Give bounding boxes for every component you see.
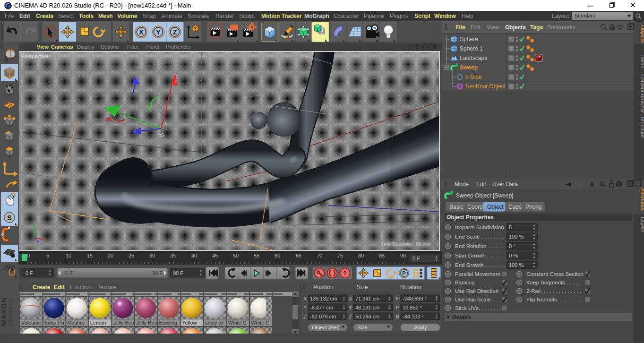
- svg-text:139.132 cm: 139.132 cm: [310, 296, 337, 301]
- svg-text:Position: Position: [313, 284, 334, 291]
- svg-text:End Scale . . . . . . . . .: End Scale . . . . . . . . .: [455, 234, 507, 240]
- svg-text:n-Side: n-Side: [465, 74, 482, 80]
- svg-text:P: P: [396, 305, 399, 310]
- svg-text:Yellow: Yellow: [182, 320, 197, 326]
- svg-text:White G: White G: [251, 320, 270, 326]
- svg-text:Size: Size: [357, 325, 367, 330]
- svg-text:Tags: Tags: [530, 24, 543, 31]
- svg-text:5: 5: [46, 253, 49, 258]
- svg-text:Mode: Mode: [455, 181, 469, 188]
- svg-text:0: 0: [27, 253, 30, 258]
- svg-text:Keep Segments . . . . .: Keep Segments . . . . .: [526, 280, 580, 285]
- svg-text:90: 90: [400, 253, 406, 258]
- svg-text:View: View: [487, 24, 499, 31]
- svg-text:40: 40: [191, 253, 197, 258]
- svg-text:Takes: Takes: [640, 54, 644, 68]
- svg-text:Lemon: Lemon: [90, 320, 106, 326]
- svg-text:Use Rail Direction: Use Rail Direction: [455, 288, 498, 294]
- svg-text:30: 30: [149, 253, 155, 258]
- svg-text:100 %: 100 %: [509, 234, 524, 240]
- svg-text:85: 85: [379, 253, 385, 258]
- svg-text:Sweep: Sweep: [460, 64, 478, 71]
- svg-text:Jelly Bea: Jelly Bea: [136, 320, 158, 326]
- svg-text:?: ?: [343, 270, 347, 277]
- svg-text:Parallel Movement: Parallel Movement: [455, 271, 500, 277]
- svg-text:Structure: Structure: [640, 117, 644, 138]
- svg-text:15: 15: [87, 253, 93, 258]
- svg-text:End Rotation . . . . . .: End Rotation . . . . . .: [455, 243, 505, 249]
- svg-text:Z: Z: [303, 314, 307, 319]
- svg-text:0 F: 0 F: [26, 270, 33, 276]
- svg-text:Object Properties: Object Properties: [447, 214, 494, 221]
- svg-text:20: 20: [108, 253, 113, 258]
- svg-text:White G: White G: [228, 320, 247, 326]
- svg-text:65: 65: [296, 253, 301, 258]
- svg-text:35: 35: [170, 253, 176, 258]
- svg-text:Bookmarks: Bookmarks: [547, 24, 575, 31]
- svg-text:2-Rail. . . . . . . . . . . .: 2-Rail. . . . . . . . . . . . . .: [526, 288, 581, 294]
- svg-text:0 °: 0 °: [509, 243, 515, 249]
- svg-text:Y: Y: [303, 305, 307, 310]
- svg-text:25: 25: [129, 253, 134, 258]
- svg-text:Sweep Object [Sweep]: Sweep Object [Sweep]: [456, 192, 513, 199]
- svg-text:0 %: 0 %: [509, 253, 518, 258]
- svg-text:100 %: 100 %: [509, 262, 524, 268]
- svg-text:Object: Object: [487, 204, 504, 210]
- svg-text:Vulcanic: Vulcanic: [21, 320, 41, 326]
- svg-text:Banking . . . . . . . .: Banking . . . . . . . .: [455, 280, 499, 285]
- svg-text:5: 5: [509, 224, 512, 230]
- svg-text:P: P: [402, 270, 406, 277]
- svg-text:0 F: 0 F: [65, 270, 73, 276]
- svg-text:Grid Spacing : 10 cm: Grid Spacing : 10 cm: [381, 241, 429, 247]
- svg-text:10: 10: [66, 253, 71, 258]
- svg-text:Sphere: Sphere: [460, 36, 478, 43]
- svg-text:0 F: 0 F: [412, 256, 420, 261]
- svg-text:Y: Y: [32, 221, 35, 225]
- svg-text:Size: Size: [357, 284, 368, 291]
- svg-text:X: X: [43, 238, 46, 242]
- svg-text:Edit: Edit: [476, 181, 486, 188]
- svg-text:Details: Details: [452, 314, 471, 320]
- svg-text:80: 80: [358, 253, 364, 258]
- svg-text:-8.477 cm: -8.477 cm: [310, 305, 333, 310]
- svg-text:70: 70: [317, 253, 322, 258]
- svg-text:48.131 cm: 48.131 cm: [355, 305, 379, 310]
- svg-text:Bowling: Bowling: [159, 320, 178, 326]
- svg-text:-84.103 °: -84.103 °: [403, 314, 424, 319]
- svg-text:75: 75: [337, 253, 343, 258]
- svg-text:Start Growth . . . . . .: Start Growth . . . . . .: [455, 253, 504, 258]
- svg-text:60: 60: [275, 253, 280, 258]
- svg-text:Perspective: Perspective: [21, 53, 48, 59]
- svg-text:Phong: Phong: [525, 204, 542, 210]
- svg-text:X: X: [303, 296, 307, 301]
- svg-text:Z: Z: [349, 314, 352, 319]
- svg-text:H: H: [396, 296, 400, 301]
- svg-text:Coord.: Coord.: [467, 204, 484, 210]
- svg-text:Y: Y: [349, 305, 352, 310]
- svg-text:Constant Cross Section: Constant Cross Section: [526, 271, 584, 277]
- svg-text:NeoKnot Object: NeoKnot Object: [465, 83, 506, 90]
- svg-text:-248.689 °: -248.689 °: [403, 296, 427, 301]
- svg-text:Objects: Objects: [505, 24, 526, 31]
- svg-text:Z: Z: [172, 28, 177, 36]
- svg-text:shiny wl: shiny wl: [205, 320, 223, 326]
- svg-text:-52.079 cm: -52.079 cm: [310, 314, 336, 319]
- svg-text:50: 50: [233, 253, 239, 258]
- svg-text:90 F: 90 F: [152, 270, 163, 276]
- svg-text:Y: Y: [156, 28, 161, 36]
- svg-text:Objects: Objects: [640, 25, 644, 43]
- svg-text:90 F: 90 F: [173, 270, 183, 276]
- svg-text:End Growth . . . . . . .: End Growth . . . . . . .: [455, 262, 505, 268]
- svg-text:B: B: [396, 314, 399, 319]
- svg-text:User Data: User Data: [492, 181, 518, 188]
- svg-text:Stick UVs. . . . . . . .: Stick UVs. . . . . . . .: [455, 305, 501, 311]
- svg-text:Basic: Basic: [449, 204, 463, 210]
- svg-text:Caps: Caps: [508, 204, 522, 210]
- svg-text:45: 45: [212, 253, 218, 258]
- svg-text:Content Browser: Content Browser: [640, 74, 644, 113]
- svg-text:Sphere.1: Sphere.1: [460, 45, 483, 52]
- svg-text:X: X: [139, 28, 144, 36]
- svg-text:S: S: [7, 214, 12, 222]
- svg-text:CINEMA 4D: CINEMA 4D: [8, 299, 13, 326]
- svg-text:71.341 cm: 71.341 cm: [355, 296, 379, 301]
